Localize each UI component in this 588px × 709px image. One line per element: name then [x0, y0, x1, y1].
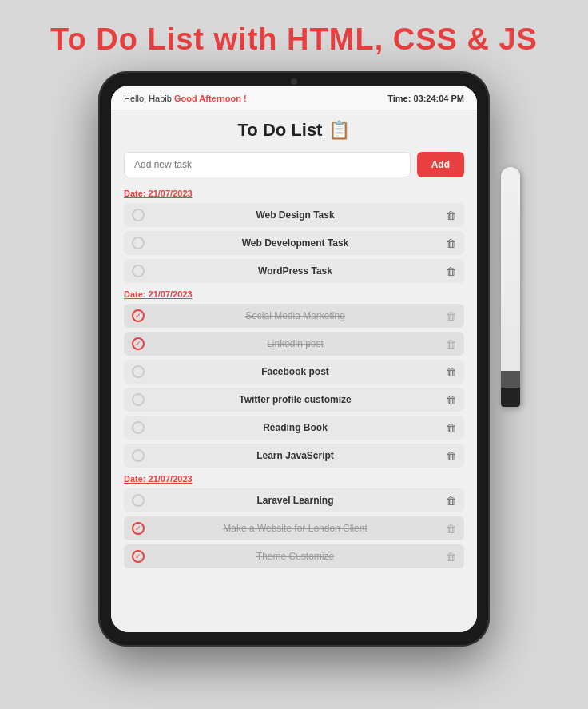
delete-icon[interactable]: 🗑	[446, 366, 456, 378]
add-task-input[interactable]	[124, 152, 411, 177]
task-checkbox[interactable]	[132, 365, 145, 378]
task-text: Social Media Marketing	[151, 310, 439, 321]
notebook-icon: 📋	[328, 120, 350, 141]
task-text: Facebook post	[151, 366, 439, 377]
greeting-left: Hello, Habib Good Afternoon !	[124, 94, 247, 103]
task-text: Twitter profile customize	[151, 394, 439, 405]
task-item: Web Development Task 🗑	[124, 231, 464, 255]
tablet-screen: Hello, Habib Good Afternoon ! Time: 03:2…	[111, 86, 477, 632]
screen-content: To Do List 📋 Add Date: 21/07/2023 Web De…	[111, 110, 477, 632]
task-text: Learn JavaScript	[151, 450, 439, 461]
task-text: WordPress Task	[151, 265, 439, 277]
tablet-frame: Hello, Habib Good Afternoon ! Time: 03:2…	[98, 71, 490, 647]
greeting-main: Good Afternoon !	[174, 94, 247, 103]
time-value: 03:24:04 PM	[413, 94, 464, 103]
task-checkbox[interactable]	[132, 421, 145, 434]
delete-icon[interactable]: 🗑	[446, 237, 456, 249]
task-text: Reading Book	[151, 422, 439, 433]
time-display: Time: 03:24:04 PM	[387, 94, 464, 103]
delete-icon[interactable]: 🗑	[446, 551, 456, 563]
task-checkbox[interactable]	[132, 265, 145, 277]
task-checkbox[interactable]	[132, 209, 145, 221]
task-checkbox[interactable]	[132, 449, 145, 462]
time-label: Time:	[387, 94, 411, 103]
add-button[interactable]: Add	[417, 152, 464, 177]
delete-icon[interactable]: 🗑	[446, 209, 456, 221]
tablet-camera	[291, 78, 297, 85]
todo-header: To Do List 📋	[124, 120, 464, 141]
task-item: Twitter profile customize 🗑	[124, 388, 464, 412]
task-item: WordPress Task 🗑	[124, 259, 464, 283]
stylus-pencil	[501, 167, 520, 407]
task-text: Laravel Learning	[151, 495, 439, 506]
page-title: To Do List with HTML, CSS & JS	[50, 22, 538, 57]
date-group-1: Date: 21/07/2023	[124, 189, 464, 198]
delete-icon[interactable]: 🗑	[446, 338, 456, 350]
task-item: ✓ Make a Website for London Client 🗑	[124, 516, 464, 540]
task-item: ✓ Theme Customize 🗑	[124, 544, 464, 568]
task-checkbox[interactable]: ✓	[132, 550, 145, 563]
delete-icon[interactable]: 🗑	[446, 523, 456, 535]
greeting-prefix: Hello, Habib	[124, 94, 172, 103]
task-checkbox[interactable]: ✓	[132, 309, 145, 322]
task-item: Learn JavaScript 🗑	[124, 444, 464, 468]
task-checkbox[interactable]: ✓	[132, 337, 145, 350]
delete-icon[interactable]: 🗑	[446, 495, 456, 507]
task-text: Theme Customize	[151, 551, 439, 562]
delete-icon[interactable]: 🗑	[446, 450, 456, 462]
task-item: Facebook post 🗑	[124, 360, 464, 384]
task-text: Linkedin post	[151, 338, 439, 349]
delete-icon[interactable]: 🗑	[446, 394, 456, 406]
task-item: ✓ Social Media Marketing 🗑	[124, 304, 464, 328]
delete-icon[interactable]: 🗑	[446, 310, 456, 322]
task-checkbox[interactable]	[132, 393, 145, 406]
task-item: Reading Book 🗑	[124, 416, 464, 440]
task-text: Web Design Task	[151, 209, 439, 221]
todo-title: To Do List	[238, 120, 323, 141]
task-checkbox[interactable]	[132, 237, 145, 249]
screen-header: Hello, Habib Good Afternoon ! Time: 03:2…	[111, 86, 477, 110]
task-text: Make a Website for London Client	[151, 523, 439, 534]
task-checkbox[interactable]: ✓	[132, 522, 145, 535]
task-checkbox[interactable]	[132, 494, 145, 507]
tablet-device: Hello, Habib Good Afternoon ! Time: 03:2…	[98, 71, 490, 647]
add-task-row: Add	[124, 152, 464, 177]
task-text: Web Development Task	[151, 237, 439, 249]
date-group-3: Date: 21/07/2023	[124, 474, 464, 484]
date-group-2: Date: 21/07/2023	[124, 289, 464, 299]
delete-icon[interactable]: 🗑	[446, 265, 456, 277]
task-item: ✓ Linkedin post 🗑	[124, 332, 464, 356]
delete-icon[interactable]: 🗑	[446, 422, 456, 434]
task-item: Web Design Task 🗑	[124, 203, 464, 227]
task-item: Laravel Learning 🗑	[124, 488, 464, 512]
